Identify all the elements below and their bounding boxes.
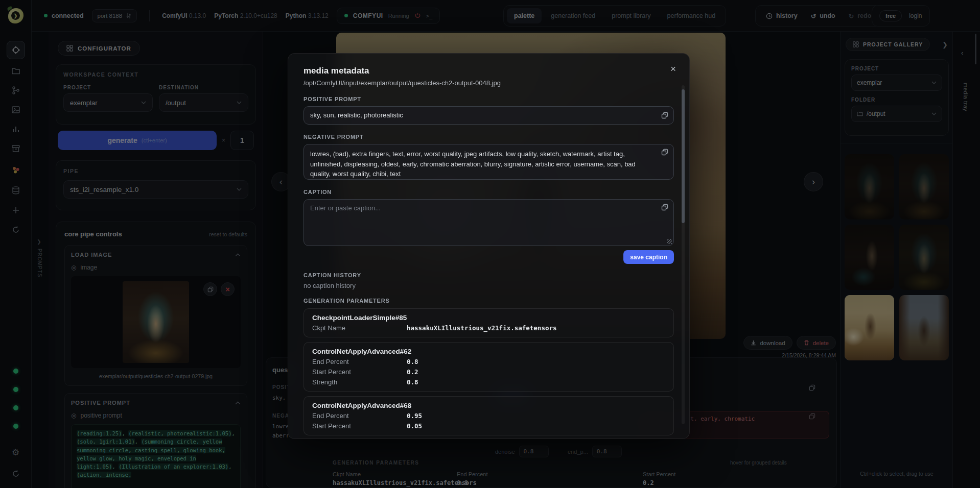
- modal-file-path: /opt/ComfyUI/input/exemplar/output/quest…: [304, 79, 674, 87]
- modal-negative-input[interactable]: lowres, (bad), extra fingers, text, erro…: [304, 144, 674, 180]
- param-box-title: ControlNetApplyAdvanced#62: [312, 348, 665, 355]
- generation-parameters-label: GENERATION PARAMETERS: [304, 298, 674, 304]
- save-caption-button[interactable]: save caption: [623, 250, 674, 264]
- param-row: End Percent 0.95: [312, 412, 665, 420]
- param-row: Ckpt Name hassakuXLIllustrious_v21fix.sa…: [312, 324, 665, 332]
- param-box-checkpoint: CheckpointLoaderSimple#85 Ckpt Name hass…: [304, 308, 674, 337]
- param-box-title: ControlNetApplyAdvanced#68: [312, 402, 665, 409]
- modal-caption-textarea[interactable]: [310, 204, 651, 241]
- resize-handle-icon[interactable]: [667, 239, 672, 244]
- caption-history-label: CAPTION HISTORY: [304, 272, 674, 278]
- media-metadata-modal: media metadata /opt/ComfyUI/input/exempl…: [288, 53, 690, 439]
- modal-negative-label: NEGATIVE PROMPT: [304, 134, 674, 140]
- param-box-controlnet-62: ControlNetApplyAdvanced#62 End Percent 0…: [304, 342, 674, 392]
- modal-positive-value: sky, sun, realistic, photorealistic: [310, 110, 403, 120]
- param-row: End Percent 0.8: [312, 358, 665, 365]
- app-root: ❯ connected port 8188 ComfyUI 0.13.0 PyT…: [0, 0, 980, 488]
- modal-scrollbar-thumb[interactable]: [682, 89, 685, 223]
- param-row: Start Percent 0.05: [312, 422, 665, 430]
- modal-positive-input[interactable]: sky, sun, realistic, photorealistic: [304, 106, 674, 125]
- copy-icon[interactable]: [661, 204, 668, 211]
- param-row: Start Percent 0.2: [312, 368, 665, 376]
- param-box-title: CheckpointLoaderSimple#85: [312, 314, 665, 322]
- close-icon[interactable]: ×: [670, 64, 676, 74]
- param-box-controlnet-68: ControlNetApplyAdvanced#68 End Percent 0…: [304, 396, 674, 435]
- param-row: Strength 0.8: [312, 378, 665, 386]
- modal-caption-field: [304, 199, 674, 246]
- copy-icon[interactable]: [661, 149, 668, 156]
- caption-history-empty: no caption history: [304, 282, 674, 289]
- modal-title: media metadata: [304, 66, 674, 76]
- modal-negative-value: lowres, (bad), extra fingers, text, erro…: [310, 150, 636, 178]
- modal-caption-label: CAPTION: [304, 189, 674, 195]
- modal-positive-label: POSITIVE PROMPT: [304, 96, 674, 102]
- copy-icon[interactable]: [661, 112, 668, 119]
